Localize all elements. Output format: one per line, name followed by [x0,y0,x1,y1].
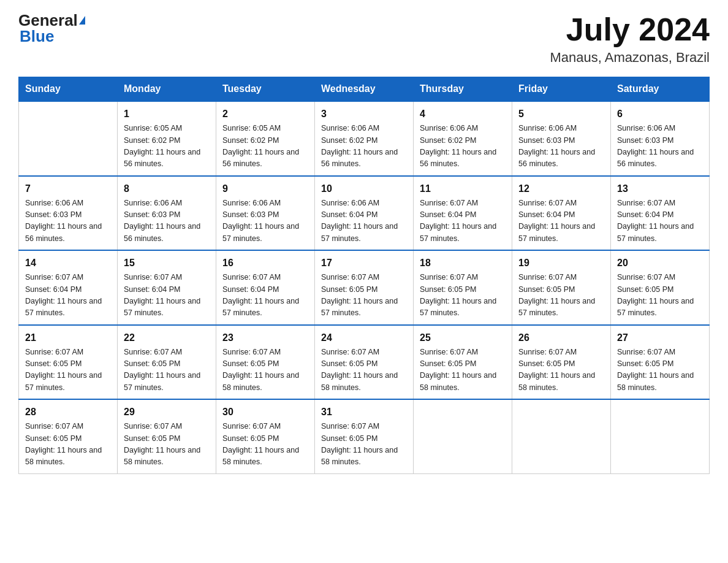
calendar-cell: 15Sunrise: 6:07 AMSunset: 6:04 PMDayligh… [118,250,216,325]
logo: General Blue [18,12,85,44]
day-info: Sunrise: 6:06 AMSunset: 6:02 PMDaylight:… [420,123,506,170]
day-number: 8 [124,182,210,196]
calendar-cell: 17Sunrise: 6:07 AMSunset: 6:05 PMDayligh… [315,250,414,325]
day-number: 4 [420,107,506,121]
page-subtitle: Manaus, Amazonas, Brazil [550,50,710,66]
calendar-cell: 14Sunrise: 6:07 AMSunset: 6:04 PMDayligh… [19,250,118,325]
day-number: 5 [518,107,604,121]
day-number: 10 [321,182,407,196]
calendar-cell: 22Sunrise: 6:07 AMSunset: 6:05 PMDayligh… [118,325,216,400]
day-info: Sunrise: 6:07 AMSunset: 6:05 PMDaylight:… [25,421,111,469]
page-header: General Blue July 2024 Manaus, Amazonas,… [18,12,710,66]
day-header-sunday: Sunday [19,77,118,102]
day-info: Sunrise: 6:07 AMSunset: 6:04 PMDaylight:… [617,197,703,245]
day-number: 22 [124,331,210,345]
day-number: 25 [420,331,506,345]
day-number: 16 [222,256,308,270]
day-info: Sunrise: 6:07 AMSunset: 6:05 PMDaylight:… [617,347,703,394]
day-info: Sunrise: 6:06 AMSunset: 6:03 PMDaylight:… [124,197,210,245]
calendar-cell: 9Sunrise: 6:06 AMSunset: 6:03 PMDaylight… [216,176,315,251]
day-number: 19 [518,256,604,270]
day-number: 21 [25,331,111,345]
day-info: Sunrise: 6:07 AMSunset: 6:05 PMDaylight:… [321,347,407,394]
day-number: 28 [25,405,111,419]
day-info: Sunrise: 6:07 AMSunset: 6:04 PMDaylight:… [222,272,308,320]
day-number: 26 [518,331,604,345]
day-info: Sunrise: 6:06 AMSunset: 6:03 PMDaylight:… [222,197,308,245]
calendar-header-row: SundayMondayTuesdayWednesdayThursdayFrid… [19,77,710,102]
calendar-cell: 12Sunrise: 6:07 AMSunset: 6:04 PMDayligh… [512,176,611,251]
day-info: Sunrise: 6:07 AMSunset: 6:05 PMDaylight:… [420,347,506,394]
calendar-cell: 13Sunrise: 6:07 AMSunset: 6:04 PMDayligh… [611,176,710,251]
day-number: 29 [124,405,210,419]
day-number: 15 [124,256,210,270]
day-number: 14 [25,256,111,270]
day-info: Sunrise: 6:07 AMSunset: 6:05 PMDaylight:… [25,347,111,394]
day-number: 20 [617,256,703,270]
calendar-cell: 11Sunrise: 6:07 AMSunset: 6:04 PMDayligh… [414,176,512,251]
calendar-cell: 23Sunrise: 6:07 AMSunset: 6:05 PMDayligh… [216,325,315,400]
day-info: Sunrise: 6:06 AMSunset: 6:02 PMDaylight:… [321,123,407,170]
day-info: Sunrise: 6:07 AMSunset: 6:05 PMDaylight:… [222,347,308,394]
day-number: 31 [321,405,407,419]
calendar-cell: 3Sunrise: 6:06 AMSunset: 6:02 PMDaylight… [315,101,414,176]
logo-blue-text: Blue [20,28,54,44]
day-header-monday: Monday [118,77,216,102]
day-info: Sunrise: 6:07 AMSunset: 6:04 PMDaylight:… [124,272,210,320]
day-info: Sunrise: 6:07 AMSunset: 6:05 PMDaylight:… [518,272,604,320]
calendar-week-row: 1Sunrise: 6:05 AMSunset: 6:02 PMDaylight… [19,101,710,176]
calendar-week-row: 7Sunrise: 6:06 AMSunset: 6:03 PMDaylight… [19,176,710,251]
day-info: Sunrise: 6:07 AMSunset: 6:04 PMDaylight:… [518,197,604,245]
day-number: 3 [321,107,407,121]
day-number: 24 [321,331,407,345]
day-info: Sunrise: 6:07 AMSunset: 6:05 PMDaylight:… [617,272,703,320]
day-info: Sunrise: 6:07 AMSunset: 6:05 PMDaylight:… [124,421,210,469]
calendar-cell: 21Sunrise: 6:07 AMSunset: 6:05 PMDayligh… [19,325,118,400]
day-number: 12 [518,182,604,196]
day-number: 23 [222,331,308,345]
calendar-week-row: 14Sunrise: 6:07 AMSunset: 6:04 PMDayligh… [19,250,710,325]
day-number: 13 [617,182,703,196]
day-header-tuesday: Tuesday [216,77,315,102]
day-info: Sunrise: 6:07 AMSunset: 6:05 PMDaylight:… [321,421,407,469]
day-info: Sunrise: 6:07 AMSunset: 6:04 PMDaylight:… [25,272,111,320]
calendar-cell: 1Sunrise: 6:05 AMSunset: 6:02 PMDaylight… [118,101,216,176]
day-info: Sunrise: 6:07 AMSunset: 6:05 PMDaylight:… [124,347,210,394]
calendar-cell: 31Sunrise: 6:07 AMSunset: 6:05 PMDayligh… [315,399,414,473]
calendar-cell [19,101,118,176]
day-number: 6 [617,107,703,121]
day-info: Sunrise: 6:06 AMSunset: 6:04 PMDaylight:… [321,197,407,245]
day-info: Sunrise: 6:06 AMSunset: 6:03 PMDaylight:… [25,197,111,245]
calendar-cell: 30Sunrise: 6:07 AMSunset: 6:05 PMDayligh… [216,399,315,473]
calendar-cell [512,399,611,473]
day-header-saturday: Saturday [611,77,710,102]
day-number: 18 [420,256,506,270]
day-info: Sunrise: 6:05 AMSunset: 6:02 PMDaylight:… [222,123,308,170]
calendar-cell: 26Sunrise: 6:07 AMSunset: 6:05 PMDayligh… [512,325,611,400]
day-number: 7 [25,182,111,196]
day-number: 17 [321,256,407,270]
calendar-cell: 20Sunrise: 6:07 AMSunset: 6:05 PMDayligh… [611,250,710,325]
calendar-week-row: 21Sunrise: 6:07 AMSunset: 6:05 PMDayligh… [19,325,710,400]
calendar-cell: 10Sunrise: 6:06 AMSunset: 6:04 PMDayligh… [315,176,414,251]
day-header-friday: Friday [512,77,611,102]
day-info: Sunrise: 6:07 AMSunset: 6:05 PMDaylight:… [518,347,604,394]
calendar-cell: 24Sunrise: 6:07 AMSunset: 6:05 PMDayligh… [315,325,414,400]
day-info: Sunrise: 6:06 AMSunset: 6:03 PMDaylight:… [617,123,703,170]
day-number: 9 [222,182,308,196]
calendar-cell: 27Sunrise: 6:07 AMSunset: 6:05 PMDayligh… [611,325,710,400]
calendar-cell [414,399,512,473]
day-info: Sunrise: 6:07 AMSunset: 6:05 PMDaylight:… [222,421,308,469]
day-number: 11 [420,182,506,196]
calendar-cell: 2Sunrise: 6:05 AMSunset: 6:02 PMDaylight… [216,101,315,176]
calendar-table: SundayMondayTuesdayWednesdayThursdayFrid… [18,77,710,474]
day-header-thursday: Thursday [414,77,512,102]
day-number: 1 [124,107,210,121]
calendar-week-row: 28Sunrise: 6:07 AMSunset: 6:05 PMDayligh… [19,399,710,473]
logo-general-text: General [18,12,78,28]
calendar-cell: 18Sunrise: 6:07 AMSunset: 6:05 PMDayligh… [414,250,512,325]
day-info: Sunrise: 6:07 AMSunset: 6:05 PMDaylight:… [420,272,506,320]
calendar-cell: 6Sunrise: 6:06 AMSunset: 6:03 PMDaylight… [611,101,710,176]
day-info: Sunrise: 6:07 AMSunset: 6:05 PMDaylight:… [321,272,407,320]
day-info: Sunrise: 6:06 AMSunset: 6:03 PMDaylight:… [518,123,604,170]
